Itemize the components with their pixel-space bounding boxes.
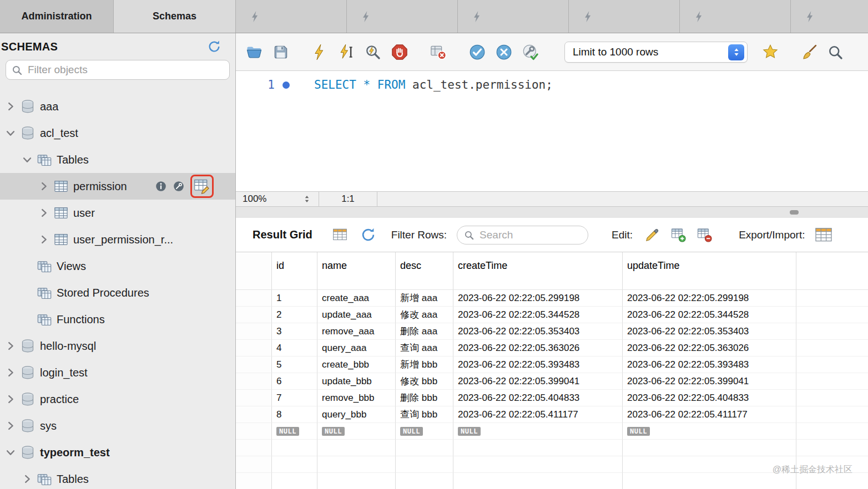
cell-desc[interactable]: 新增 aaa: [396, 290, 453, 307]
sql-code-area[interactable]: 1 SELECT * FROM acl_test.permission;: [236, 71, 868, 191]
chevron-right-icon[interactable]: [38, 233, 50, 246]
tree-item-tables[interactable]: Tables: [0, 146, 235, 173]
cell-name[interactable]: remove_bbb: [317, 390, 396, 406]
cell-desc[interactable]: 删除 aaa: [396, 323, 453, 340]
tree-item-acl-test[interactable]: acl_test: [0, 120, 235, 146]
table-row[interactable]: 4query_aaa查询 aaa2023-06-22 02:22:05.3630…: [236, 340, 868, 356]
dropdown-stepper-icon[interactable]: [728, 44, 744, 60]
chevron-down-icon[interactable]: [21, 154, 33, 166]
row-gutter[interactable]: [236, 307, 272, 323]
row-gutter[interactable]: [236, 423, 272, 440]
execute-statement-icon[interactable]: [338, 44, 355, 60]
chevron-right-icon[interactable]: [38, 180, 50, 192]
table-row-null[interactable]: NULLNULLNULLNULLNULL: [236, 423, 868, 440]
table-row[interactable]: 2update_aaa修改 aaa2023-06-22 02:22:05.344…: [236, 307, 868, 323]
cell-desc[interactable]: 修改 aaa: [396, 307, 453, 323]
explain-query-icon[interactable]: [365, 44, 381, 60]
cell-createTime[interactable]: 2023-06-22 02:22:05.411177: [453, 406, 623, 423]
tree-item-typeorm-test[interactable]: typeorm_test: [0, 439, 235, 466]
tree-item-permission[interactable]: permission: [0, 173, 235, 200]
table-row[interactable]: 8query_bbb查询 bbb2023-06-22 02:22:05.4111…: [236, 406, 868, 423]
cell-name[interactable]: query_bbb: [317, 406, 396, 423]
cell-name[interactable]: remove_aaa: [317, 323, 396, 340]
cell-desc[interactable]: NULL: [396, 423, 453, 440]
find-icon[interactable]: [827, 44, 843, 60]
row-gutter[interactable]: [236, 473, 272, 489]
commit-icon[interactable]: [469, 44, 486, 60]
cell-id[interactable]: 2: [272, 307, 317, 323]
export-recordset-icon[interactable]: [815, 226, 832, 244]
table-row[interactable]: 3remove_aaa删除 aaa2023-06-22 02:22:05.353…: [236, 323, 868, 340]
cell-updateTime[interactable]: NULL: [623, 423, 796, 440]
cell-createTime[interactable]: 2023-06-22 02:22:05.363026: [453, 340, 623, 356]
cell-name[interactable]: NULL: [317, 423, 396, 440]
chevron-right-icon[interactable]: [4, 393, 17, 405]
cell-createTime[interactable]: 2023-06-22 02:22:05.404833: [453, 390, 623, 406]
zoom-stepper-icon[interactable]: [302, 194, 312, 204]
zoom-control[interactable]: 100%: [236, 192, 319, 206]
query-tab[interactable]: [347, 0, 458, 33]
filter-objects-input[interactable]: [27, 63, 224, 77]
insert-row-icon[interactable]: [671, 227, 686, 242]
cell-updateTime[interactable]: 2023-06-22 02:22:05.363026: [623, 340, 796, 356]
row-gutter[interactable]: [236, 373, 272, 390]
tree-item-views[interactable]: Views: [0, 253, 235, 279]
refresh-schemas-icon[interactable]: [208, 40, 221, 53]
tree-item-hello-mysql[interactable]: hello-mysql: [0, 333, 235, 359]
cell-updateTime[interactable]: 2023-06-22 02:22:05.399041: [623, 373, 796, 390]
scrollbar-thumb[interactable]: [790, 210, 799, 215]
cell-name[interactable]: create_bbb: [317, 356, 396, 373]
table-info-icon[interactable]: [155, 180, 167, 192]
row-limit-dropdown[interactable]: Limit to 1000 rows: [564, 42, 748, 63]
grid-view-icon[interactable]: [332, 227, 347, 242]
delete-row-icon[interactable]: [697, 227, 712, 242]
toggle-stop-on-error-icon[interactable]: [430, 44, 447, 60]
column-header-desc[interactable]: desc: [396, 252, 453, 290]
open-script-icon[interactable]: [246, 44, 263, 60]
chevron-right-icon[interactable]: [4, 340, 17, 352]
chevron-right-icon[interactable]: [21, 473, 33, 485]
column-header-updateTime[interactable]: updateTime: [623, 252, 796, 290]
query-tab[interactable]: [236, 0, 347, 33]
row-gutter[interactable]: [236, 440, 272, 456]
chevron-down-icon[interactable]: [4, 127, 17, 139]
tree-item-user[interactable]: user: [0, 200, 235, 226]
cell-desc[interactable]: 查询 bbb: [396, 406, 453, 423]
cell-updateTime[interactable]: 2023-06-22 02:22:05.299198: [623, 290, 796, 307]
cell-id[interactable]: 5: [272, 356, 317, 373]
chevron-right-icon[interactable]: [4, 100, 17, 113]
tree-item-aaa[interactable]: aaa: [0, 93, 235, 120]
cell-desc[interactable]: 新增 bbb: [396, 356, 453, 373]
clean-editor-icon[interactable]: [801, 44, 817, 60]
table-maintenance-icon[interactable]: [173, 180, 185, 192]
table-row[interactable]: 1create_aaa新增 aaa2023-06-22 02:22:05.299…: [236, 290, 868, 307]
cell-id[interactable]: 4: [272, 340, 317, 356]
horizontal-scrollbar[interactable]: [236, 207, 868, 218]
execute-query-icon[interactable]: [311, 44, 328, 60]
cell-createTime[interactable]: 2023-06-22 02:22:05.353403: [453, 323, 623, 340]
tree-item-tables[interactable]: Tables: [0, 466, 235, 489]
tree-item-user-permission-r[interactable]: user_permission_r...: [0, 226, 235, 253]
cell-createTime[interactable]: 2023-06-22 02:22:05.299198: [453, 290, 623, 307]
table-row[interactable]: 7remove_bbb删除 bbb2023-06-22 02:22:05.404…: [236, 390, 868, 406]
cell-updateTime[interactable]: 2023-06-22 02:22:05.344528: [623, 307, 796, 323]
column-header-createTime[interactable]: createTime: [453, 252, 623, 290]
cell-name[interactable]: query_aaa: [317, 340, 396, 356]
column-header-name[interactable]: name: [317, 252, 396, 290]
row-gutter[interactable]: [236, 390, 272, 406]
query-tab[interactable]: [680, 0, 791, 33]
filter-objects-box[interactable]: [6, 60, 230, 80]
table-row[interactable]: 5create_bbb新增 bbb2023-06-22 02:22:05.393…: [236, 356, 868, 373]
filter-rows-input[interactable]: [478, 228, 581, 242]
query-tab[interactable]: [569, 0, 680, 33]
row-gutter[interactable]: [236, 356, 272, 373]
cell-id[interactable]: 3: [272, 323, 317, 340]
filter-rows-search-box[interactable]: [457, 226, 588, 244]
cell-id[interactable]: NULL: [272, 423, 317, 440]
tree-item-stored-procedures[interactable]: Stored Procedures: [0, 279, 235, 306]
save-script-icon[interactable]: [272, 44, 289, 60]
chevron-right-icon[interactable]: [4, 420, 17, 432]
tree-item-practice[interactable]: practice: [0, 386, 235, 412]
chevron-down-icon[interactable]: [4, 446, 17, 459]
tab-administration[interactable]: Administration: [0, 0, 114, 33]
